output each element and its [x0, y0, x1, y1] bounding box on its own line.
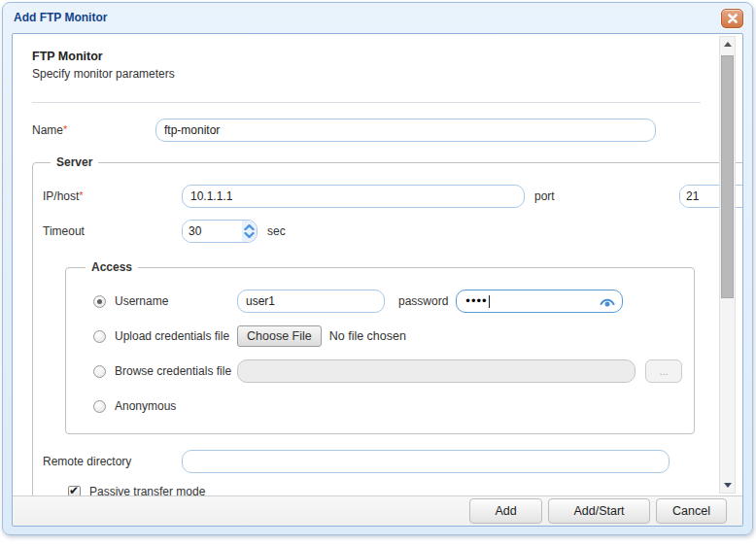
scroll-down-button[interactable] — [720, 478, 735, 493]
form-content: FTP Monitor Specify monitor parameters N… — [13, 34, 714, 495]
username-row: Username password •••• — [93, 290, 682, 313]
username-input[interactable] — [237, 290, 385, 313]
no-file-chosen-text: No file chosen — [329, 329, 406, 343]
close-button[interactable] — [721, 9, 743, 28]
cancel-button[interactable]: Cancel — [656, 498, 727, 524]
access-legend: Access — [86, 260, 138, 274]
anonymous-label: Anonymous — [115, 399, 176, 413]
anonymous-radio[interactable] — [93, 400, 106, 413]
close-icon — [728, 14, 738, 23]
required-asterisk: * — [63, 123, 67, 135]
timeout-spin-buttons[interactable] — [242, 221, 257, 242]
form-subtitle: Specify monitor parameters — [32, 67, 714, 81]
anonymous-row: Anonymous — [93, 394, 682, 418]
ip-host-row: IP/host* port — [43, 185, 742, 208]
choose-file-button[interactable]: Choose File — [237, 325, 322, 347]
browse-credentials-label: Browse credentials file — [115, 364, 231, 378]
timeout-unit-label: sec — [267, 224, 406, 238]
text-cursor — [489, 295, 490, 308]
browse-credentials-radio[interactable] — [93, 365, 106, 378]
add-ftp-monitor-dialog: Add FTP Monitor FTP Monitor Specify moni… — [2, 2, 753, 535]
required-asterisk: * — [79, 189, 83, 201]
form-title: FTP Monitor — [32, 50, 714, 63]
chevron-down-icon — [244, 232, 255, 238]
port-label: port — [534, 189, 673, 203]
timeout-spinner — [182, 220, 258, 243]
scroll-viewport: FTP Monitor Specify monitor parameters N… — [13, 34, 742, 495]
timeout-input[interactable] — [183, 221, 242, 242]
remote-directory-row: Remote directory — [43, 450, 742, 473]
dialog-titlebar[interactable]: Add FTP Monitor — [3, 3, 752, 33]
name-row: Name* — [32, 119, 714, 142]
name-label: Name* — [32, 123, 155, 137]
browse-credentials-row: Browse credentials file ... — [93, 359, 682, 383]
username-radio[interactable] — [93, 295, 106, 308]
dialog-title: Add FTP Monitor — [14, 11, 107, 24]
triangle-up-icon — [724, 42, 732, 47]
eye-icon[interactable] — [599, 295, 616, 308]
add-start-button[interactable]: Add/Start — [548, 498, 650, 524]
remote-directory-label: Remote directory — [43, 455, 182, 468]
timeout-row: Timeout sec — [43, 220, 742, 243]
name-input[interactable] — [155, 119, 656, 142]
upload-credentials-label: Upload credentials file — [115, 329, 229, 343]
scroll-up-button[interactable] — [720, 37, 735, 51]
triangle-down-icon — [724, 483, 732, 488]
password-label: password — [398, 294, 448, 308]
add-button[interactable]: Add — [469, 498, 542, 524]
passive-mode-row: Passive transfer mode — [68, 485, 742, 495]
chevron-up-icon — [244, 224, 255, 230]
upload-credentials-radio[interactable] — [93, 330, 106, 343]
timeout-label: Timeout — [43, 224, 182, 238]
ip-host-input[interactable] — [182, 185, 525, 208]
dialog-content-panel: FTP Monitor Specify monitor parameters N… — [12, 33, 743, 527]
access-fieldset: Access Username password •••• — [65, 260, 695, 434]
ip-host-label: IP/host* — [43, 189, 182, 203]
server-fieldset: Server IP/host* port — [32, 155, 742, 495]
password-masked-value: •••• — [465, 290, 487, 313]
dialog-footer: Add Add/Start Cancel — [13, 495, 742, 526]
remote-directory-input[interactable] — [182, 450, 670, 473]
header-separator — [32, 102, 701, 103]
scrollbar-thumb[interactable] — [721, 55, 734, 298]
upload-credentials-row: Upload credentials file Choose File No f… — [93, 324, 682, 348]
passive-mode-label: Passive transfer mode — [89, 485, 205, 495]
browse-ellipsis-button[interactable]: ... — [645, 359, 682, 383]
vertical-scrollbar[interactable] — [719, 36, 736, 494]
server-legend: Server — [51, 155, 98, 169]
username-label: Username — [115, 294, 168, 308]
browse-credentials-input — [237, 359, 636, 383]
passive-mode-checkbox[interactable] — [68, 486, 81, 496]
password-input[interactable]: •••• — [456, 290, 623, 313]
